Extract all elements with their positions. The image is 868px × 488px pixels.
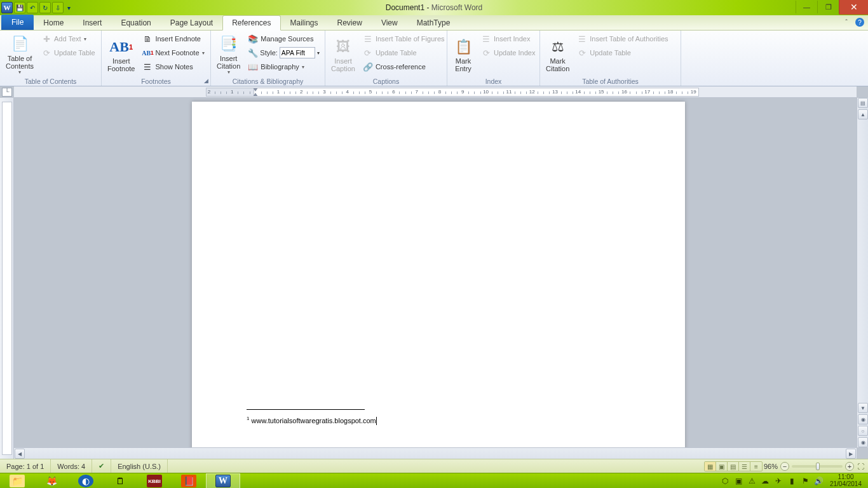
page[interactable]: 1 www.tutorialsoftwaregratis.blogspot.co…	[192, 102, 685, 463]
next-footnote-button[interactable]: AB1Next Footnote	[139, 46, 207, 60]
update-index-button[interactable]: ⟳Update Index	[478, 46, 538, 60]
table-of-contents-button[interactable]: 📄 Table of Contents	[3, 32, 37, 76]
scroll-left-button[interactable]: ◀	[15, 449, 25, 459]
tab-page-layout[interactable]: Page Layout	[161, 15, 222, 30]
ruler-toggle[interactable]: ▤	[858, 98, 868, 108]
qat-save-button[interactable]: 💾	[14, 2, 25, 13]
word-icon[interactable]: W	[1, 2, 13, 13]
taskbar-explorer[interactable]: 📁	[0, 473, 34, 488]
vertical-ruler[interactable]	[0, 98, 14, 459]
chevron-down-icon: ▾	[67, 4, 71, 11]
zoom-slider[interactable]	[792, 465, 843, 468]
status-words[interactable]: Words: 4	[51, 459, 92, 473]
tab-mailings[interactable]: Mailings	[281, 15, 328, 30]
taskbar-word[interactable]: W	[206, 473, 240, 488]
tab-view[interactable]: View	[372, 15, 407, 30]
insert-tof-button[interactable]: ☰Insert Table of Figures	[360, 32, 448, 46]
zoom-thumb[interactable]	[816, 463, 820, 470]
update-toc-button[interactable]: ⟳Update Table	[38, 46, 98, 60]
horizontal-ruler[interactable]: 2112345678910111213141516171819	[206, 88, 699, 97]
tray-volume-icon[interactable]: 🔊	[814, 477, 824, 485]
tray-battery-icon[interactable]: ▮	[787, 477, 797, 485]
citation-style-selector[interactable]: 🔧Style:▾	[245, 46, 323, 60]
ribbon-tabs: File Home Insert Equation Page Layout Re…	[0, 15, 868, 30]
tab-insert[interactable]: Insert	[73, 15, 111, 30]
tab-selector[interactable]: └	[2, 88, 12, 97]
taskbar-firefox[interactable]: 🦊	[34, 473, 69, 488]
help-button[interactable]: ?	[855, 18, 864, 27]
scroll-down-button[interactable]: ▼	[858, 403, 868, 413]
status-language[interactable]: English (U.S.)	[111, 459, 168, 473]
taskbar-app-1[interactable]: ◐	[69, 473, 103, 488]
bibliography-button[interactable]: 📖Bibliography	[245, 60, 323, 74]
status-page[interactable]: Page: 1 of 1	[0, 459, 51, 473]
update-toa-button[interactable]: ⟳Update Table	[574, 46, 671, 60]
tab-equation[interactable]: Equation	[111, 15, 160, 30]
insert-endnote-button[interactable]: 🗎Insert Endnote	[139, 32, 207, 46]
footnote-separator	[247, 409, 365, 410]
tab-mathtype[interactable]: MathType	[407, 15, 460, 30]
insert-footnote-button[interactable]: AB1 Insert Footnote	[104, 32, 138, 76]
footnote-line[interactable]: 1 www.tutorialsoftwaregratis.blogspot.co…	[247, 416, 377, 425]
tab-home[interactable]: Home	[34, 15, 73, 30]
qat-redo-button[interactable]: ↻	[39, 2, 51, 13]
zoom-out-button[interactable]: −	[780, 462, 789, 471]
tab-references[interactable]: References	[222, 15, 280, 30]
print-layout-view[interactable]: ▦	[705, 462, 716, 471]
taskbar-notes[interactable]: 🗒	[103, 473, 137, 488]
proofing-icon: ✔	[98, 462, 104, 470]
status-proofing[interactable]: ✔	[92, 459, 111, 473]
tray-dropbox-icon[interactable]: ⬡	[721, 477, 730, 485]
show-notes-button[interactable]: ☰Show Notes	[139, 60, 207, 74]
close-button[interactable]: ✕	[839, 0, 868, 15]
full-screen-view[interactable]: ▣	[716, 462, 728, 471]
tray-airplane-icon[interactable]: ✈	[774, 477, 783, 485]
insert-index-button[interactable]: ☰Insert Index	[478, 32, 538, 46]
document-area: └ 2112345678910111213141516171819 1 www.…	[0, 86, 868, 459]
manage-sources-button[interactable]: 📚Manage Sources	[245, 32, 323, 46]
tray-warning-icon[interactable]: ⚠	[747, 477, 757, 485]
dialog-launcher[interactable]: ◢	[204, 78, 208, 84]
tab-review[interactable]: Review	[328, 15, 372, 30]
prev-page-button[interactable]: ◉	[858, 414, 868, 424]
zoom-in-button[interactable]: +	[845, 462, 854, 471]
help-icon: ?	[858, 19, 862, 26]
group-index: 📋 Mark Entry ☰Insert Index ⟳Update Index…	[447, 30, 540, 86]
minimize-button[interactable]: —	[796, 1, 817, 13]
group-label: Table of Contents	[0, 78, 101, 86]
outline-view[interactable]: ☰	[739, 462, 750, 471]
tray-app-icon[interactable]: ▣	[734, 477, 743, 485]
zoom-fit-button[interactable]: ⛶	[857, 463, 864, 470]
app-name: Microsoft Word	[431, 3, 482, 12]
qat-undo-button[interactable]: ↶	[27, 2, 38, 13]
vertical-scrollbar[interactable]: ▤ ▲ ▼ ◉ ○ ◉	[857, 98, 868, 447]
tray-sync-icon[interactable]: ☁	[761, 477, 770, 485]
mark-entry-button[interactable]: 📋 Mark Entry	[450, 32, 477, 76]
cross-reference-button[interactable]: 🔗Cross-reference	[360, 60, 448, 74]
add-text-button[interactable]: ✚Add Text	[38, 32, 98, 46]
update-captions-button[interactable]: ⟳Update Table	[360, 46, 448, 60]
insert-caption-button[interactable]: 🖼 Insert Caption	[328, 32, 358, 76]
mark-citation-button[interactable]: ⚖ Mark Citation	[543, 32, 573, 76]
next-page-button[interactable]: ◉	[858, 437, 868, 447]
taskbar-book-red[interactable]: KBBI	[137, 473, 172, 488]
horizontal-scrollbar[interactable]: ◀ ▶	[14, 447, 857, 459]
minimize-ribbon-button[interactable]: ˆ	[841, 17, 851, 27]
tray-flag-icon[interactable]: ⚑	[801, 477, 810, 485]
taskbar-clock[interactable]: 11:00 21/04/2014	[827, 474, 864, 487]
file-tab[interactable]: File	[1, 15, 34, 30]
style-input[interactable]	[280, 47, 315, 58]
sticky-note-icon: 🗒	[112, 475, 128, 487]
qat-customize-button[interactable]: ▾	[65, 2, 72, 13]
qat-custom-button[interactable]: ⇩	[52, 2, 64, 13]
web-layout-view[interactable]: ▤	[728, 462, 739, 471]
browse-object-button[interactable]: ○	[858, 426, 868, 436]
taskbar-book-orange[interactable]: 📕	[172, 473, 206, 488]
restore-button[interactable]: ❐	[817, 1, 839, 13]
zoom-value[interactable]: 96%	[764, 463, 778, 470]
scroll-up-button[interactable]: ▲	[858, 109, 868, 119]
insert-citation-button[interactable]: 📑 Insert Citation	[214, 32, 243, 76]
insert-toa-button[interactable]: ☰Insert Table of Authorities	[574, 32, 671, 46]
scroll-right-button[interactable]: ▶	[846, 449, 856, 459]
draft-view[interactable]: ≡	[750, 462, 762, 471]
